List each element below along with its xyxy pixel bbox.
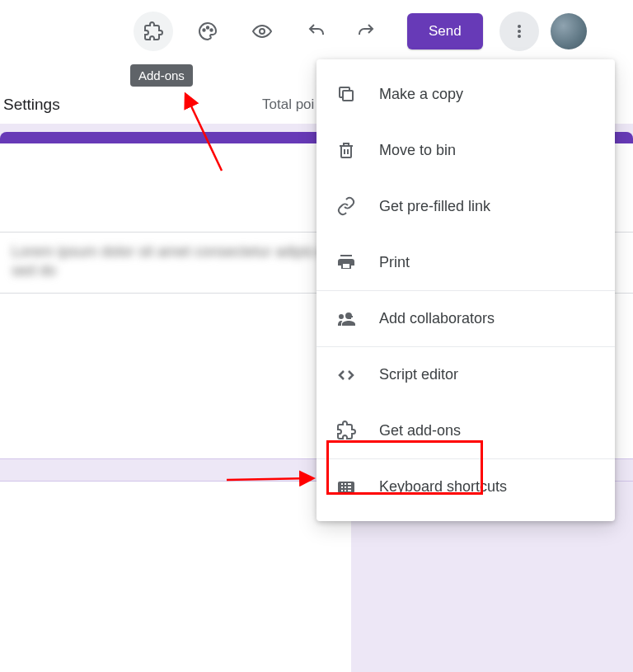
tab-settings[interactable]: Settings: [3, 96, 60, 114]
menu-item-label: Print: [379, 254, 410, 271]
add-collaborators-icon: [336, 309, 356, 329]
svg-point-1: [207, 26, 209, 28]
menu-item-make-copy[interactable]: Make a copy: [316, 66, 615, 122]
form-desc-text: Lorem ipsum dolor sit amet consectetur a…: [12, 242, 353, 284]
palette-icon: [198, 21, 218, 41]
puzzle-icon: [143, 21, 163, 41]
code-icon: [336, 365, 356, 385]
menu-item-label: Get add-ons: [379, 422, 461, 439]
menu-item-move-bin[interactable]: Move to bin: [316, 122, 615, 178]
menu-item-label: Move to bin: [379, 142, 456, 159]
menu-item-label: Add collaborators: [379, 310, 495, 327]
menu-item-label: Script editor: [379, 366, 458, 383]
svg-point-0: [203, 29, 204, 31]
menu-item-prefilled[interactable]: Get pre-filled link: [316, 178, 615, 234]
more-menu-button[interactable]: [499, 12, 539, 51]
undo-button[interactable]: [297, 12, 336, 51]
redo-button[interactable]: [346, 12, 386, 51]
svg-point-4: [518, 25, 521, 28]
more-menu: Make a copy Move to bin Get pre-filled l…: [316, 59, 615, 521]
menu-item-label: Make a copy: [379, 86, 463, 103]
menu-item-label: Keyboard shortcuts: [379, 478, 507, 496]
svg-rect-7: [343, 91, 353, 101]
send-button-label: Send: [429, 23, 462, 40]
more-vert-icon: [509, 21, 529, 41]
menu-item-collaborators[interactable]: Add collaborators: [316, 290, 615, 346]
form-lower-white: [0, 482, 351, 672]
menu-item-label: Get pre-filled link: [379, 198, 490, 215]
redo-icon: [356, 21, 376, 41]
menu-item-script[interactable]: Script editor: [316, 346, 615, 402]
print-icon: [336, 252, 356, 272]
svg-point-3: [260, 29, 265, 34]
menu-item-shortcuts[interactable]: Keyboard shortcuts: [316, 458, 615, 515]
total-points-label: Total poi: [262, 89, 314, 120]
toolbar: Send: [0, 10, 633, 53]
svg-point-5: [518, 30, 521, 33]
undo-icon: [307, 21, 326, 41]
menu-item-get-addons[interactable]: Get add-ons: [316, 402, 615, 458]
copy-icon: [336, 84, 356, 104]
theme-button[interactable]: [188, 12, 227, 51]
svg-point-2: [210, 29, 212, 31]
svg-point-6: [518, 35, 521, 38]
puzzle-icon: [336, 421, 356, 440]
send-button[interactable]: Send: [407, 13, 483, 49]
eye-icon: [252, 21, 272, 41]
link-icon: [336, 196, 356, 216]
account-avatar[interactable]: [551, 13, 587, 49]
keyboard-icon: [336, 477, 356, 497]
addons-tooltip: Add-ons: [130, 64, 193, 87]
trash-icon: [336, 140, 356, 160]
addons-toolbar-button[interactable]: [134, 12, 173, 51]
preview-button[interactable]: [242, 12, 282, 51]
menu-item-print[interactable]: Print: [316, 234, 615, 290]
